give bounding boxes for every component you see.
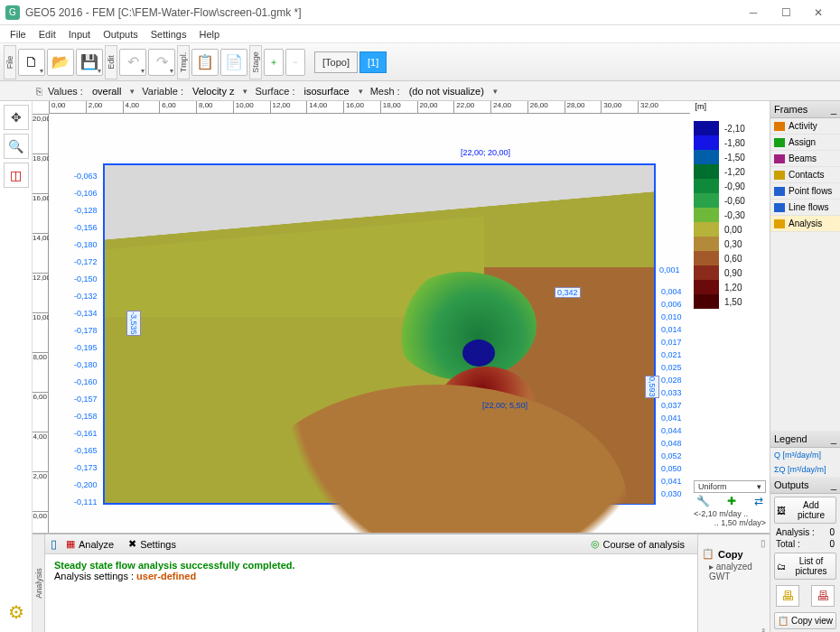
menu-help[interactable]: Help	[192, 27, 226, 42]
frame-item-beams[interactable]: Beams	[770, 151, 840, 167]
ruler-x-tick: 30,00	[601, 101, 621, 114]
bottom-tab-analysis[interactable]: Analysis	[33, 534, 45, 632]
add-stage-button[interactable]: ＋	[264, 49, 284, 76]
right-edge-value: 0,017	[661, 338, 682, 350]
print-button-2[interactable]: 🖶	[811, 585, 835, 607]
surface-dropdown[interactable]: isosurface	[301, 86, 353, 97]
menu-edit[interactable]: Edit	[33, 27, 62, 42]
plot-area[interactable]: [22,00; 20,00] -3,535 0,342 0,593 [22,00…	[49, 114, 690, 533]
right-panel: Frames_ ActivityAssignBeamsContactsPoint…	[770, 101, 840, 632]
ruler-y-tick: 6,00	[33, 392, 49, 401]
frame-item-line-flows[interactable]: Line flows	[770, 200, 840, 216]
outputs-total-label: Total :	[776, 539, 800, 549]
frame-item-analysis[interactable]: Analysis	[770, 216, 840, 232]
annot-right-top: 0,001	[659, 265, 680, 274]
ruler-y-tick: 12,00	[33, 273, 49, 282]
outputs-total-value: 0	[829, 539, 835, 549]
zoom-tool[interactable]: 🔍	[4, 134, 29, 159]
remove-stage-button[interactable]: －	[285, 49, 305, 76]
values-label: Values :	[48, 86, 83, 97]
open-file-button[interactable]: 📂	[47, 49, 74, 76]
values-dropdown[interactable]: overall	[89, 86, 125, 97]
copy-view-button[interactable]: 📋 Copy view	[774, 612, 836, 629]
left-edge-value: -0,157	[74, 395, 98, 412]
move-tool[interactable]: ✥	[4, 105, 29, 130]
right-edge-value: 0,033	[661, 388, 682, 401]
clipboard-item[interactable]: ▸ analyzed GWT	[702, 560, 766, 583]
gradient-row: -2,10	[694, 121, 766, 135]
gradient-row: -1,50	[694, 150, 766, 164]
menu-file[interactable]: File	[4, 27, 33, 42]
undo-button[interactable]: ↶▾	[119, 49, 146, 76]
uniform-dropdown[interactable]: Uniform▾	[694, 480, 766, 493]
region-tool[interactable]: ◫	[4, 163, 29, 188]
gradient-row: 0,90	[694, 265, 766, 280]
toolbar-tab-file[interactable]: File	[4, 45, 16, 79]
analysis-settings-button[interactable]: ✖Settings	[121, 535, 183, 553]
analysis-settings-value: user-defined	[136, 571, 196, 581]
gradient-row: -1,80	[694, 135, 766, 150]
list-of-pictures-button[interactable]: 🗂 List of pictures	[774, 553, 836, 580]
stage-topo[interactable]: [Topo]	[314, 51, 358, 73]
paste-button[interactable]: 📄	[220, 49, 247, 76]
clipboard-copy-button[interactable]: 📋 Copy	[702, 548, 766, 560]
ruler-x-tick: 0,00	[49, 101, 66, 114]
stage-1[interactable]: [1]	[359, 51, 387, 73]
redo-button[interactable]: ↷▾	[148, 49, 175, 76]
outputs-header[interactable]: Outputs_	[770, 477, 840, 494]
tool-plus-icon[interactable]: ✚	[727, 495, 736, 507]
right-edge-value: 0,037	[661, 401, 682, 414]
course-of-analysis-button[interactable]: ◎Course of analysis	[583, 535, 693, 553]
add-picture-button[interactable]: 🖼 Add picture	[774, 497, 836, 524]
close-button[interactable]: ✕	[802, 2, 835, 23]
frame-item-point-flows[interactable]: Point flows	[770, 183, 840, 200]
ruler-y-tick: 2,00	[33, 471, 49, 480]
tool-arrows-icon[interactable]: ⇄	[754, 495, 763, 507]
left-edge-value: -0,195	[74, 343, 98, 360]
right-edge-value: 0,025	[661, 363, 682, 376]
right-edge-value: 0,052	[661, 451, 682, 464]
toolbar-tab-edit[interactable]: Edit	[105, 45, 117, 79]
print-button-1[interactable]: 🖶	[776, 585, 799, 607]
frames-header[interactable]: Frames_	[770, 101, 840, 118]
ruler-y-tick: 20,00	[33, 114, 49, 123]
left-edge-value: -0,178	[74, 326, 98, 343]
variable-dropdown[interactable]: Velocity z	[189, 86, 238, 97]
annot-top-coord: [22,00; 20,00]	[461, 148, 510, 157]
menu-settings[interactable]: Settings	[145, 27, 193, 42]
maximize-button[interactable]: ☐	[770, 2, 802, 23]
toolbar-tab-stage[interactable]: Stage	[249, 45, 262, 79]
minimize-button[interactable]: ─	[737, 2, 770, 23]
right-edge-value: 0,010	[661, 312, 682, 325]
legend-header[interactable]: Legend_	[770, 431, 840, 448]
menu-outputs[interactable]: Outputs	[97, 27, 145, 42]
main-toolbar: File 🗋▾ 📂 💾▾ Edit ↶▾ ↷▾ Tmpl. 📋 📄 Stage …	[0, 43, 840, 81]
ruler-x-tick: 22,00	[453, 101, 474, 114]
mesh-dropdown[interactable]: (do not visualize)	[406, 86, 488, 97]
gradient-row: 0,30	[694, 237, 766, 251]
top-border	[103, 163, 656, 165]
annot-mid-coord: [22,00; 5,50]	[482, 401, 527, 410]
toolbar-tab-tmpl[interactable]: Tmpl.	[177, 45, 190, 79]
ruler-x-tick: 8,00	[196, 101, 213, 114]
ruler-vertical: 20,0018,0016,0014,0012,0010,008,006,004,…	[33, 114, 49, 533]
geoclipboard-label: GeoClipboard™	[761, 628, 769, 632]
left-edge-value: -0,165	[74, 446, 98, 463]
frame-item-contacts[interactable]: Contacts	[770, 167, 840, 183]
menu-input[interactable]: Input	[62, 27, 97, 42]
save-button[interactable]: 💾▾	[76, 49, 103, 76]
left-edge-value: -0,180	[74, 360, 98, 377]
copy-button[interactable]: 📋	[191, 49, 219, 76]
new-file-button[interactable]: 🗋▾	[18, 49, 45, 76]
viewport[interactable]: 0,002,004,006,008,0010,0012,0014,0016,00…	[33, 101, 770, 533]
frame-item-assign[interactable]: Assign	[770, 135, 840, 151]
annot-box-right: 0,593	[645, 376, 659, 398]
tool-wrench-icon[interactable]: 🔧	[696, 495, 710, 507]
left-edge-value: -0,172	[74, 257, 98, 274]
range-high: .. 1,50 m/day>	[714, 518, 766, 527]
region-blue-core	[462, 339, 495, 367]
analyze-button[interactable]: ▦Analyze	[59, 535, 121, 553]
settings-gear-button[interactable]: ⚙	[4, 599, 29, 625]
frame-item-activity[interactable]: Activity	[770, 118, 840, 135]
ruler-x-tick: 28,00	[565, 101, 585, 114]
